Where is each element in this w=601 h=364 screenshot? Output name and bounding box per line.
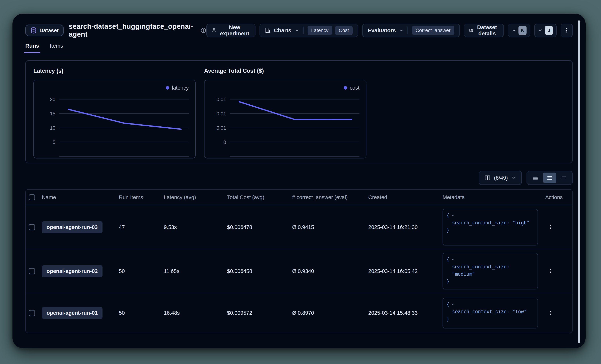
total-cost-value: $0.006478 xyxy=(227,224,292,230)
legend-dot xyxy=(344,86,347,90)
folder-icon xyxy=(469,27,473,34)
row-height-compact-button[interactable] xyxy=(529,172,542,183)
kebab-icon xyxy=(548,310,553,316)
table-toolbar: (6/49) xyxy=(25,171,573,185)
columns-icon xyxy=(484,175,491,181)
row-checkbox[interactable] xyxy=(29,224,35,230)
svg-text:0.01: 0.01 xyxy=(216,125,226,131)
chart-tag-cost[interactable]: Cost xyxy=(335,26,353,35)
svg-text:5: 5 xyxy=(53,140,55,145)
kebab-icon xyxy=(548,268,553,274)
chevron-down-icon xyxy=(451,214,455,217)
col-header-latency: Latency (avg) xyxy=(164,194,227,201)
select-all-checkbox[interactable] xyxy=(29,194,35,201)
table-row[interactable]: openai-agent-run-03 47 9.53s $0.006478 Ø… xyxy=(26,205,572,249)
tab-items[interactable]: Items xyxy=(50,43,63,53)
flask-icon xyxy=(212,28,216,33)
correct-answer-value: Ø 0.9415 xyxy=(292,224,368,230)
col-header-run-items: Run Items xyxy=(119,194,164,201)
divider xyxy=(303,27,303,34)
metadata-json-box[interactable]: { search_context_size: "low" } xyxy=(442,298,538,328)
col-header-created: Created xyxy=(368,194,442,201)
created-value: 2025-03-14 16:21:30 xyxy=(368,224,442,230)
col-header-total-cost: Total Cost (avg) xyxy=(227,194,292,201)
row-height-tall-button[interactable] xyxy=(557,172,571,183)
kebab-icon xyxy=(548,224,553,230)
latency-value: 9.53s xyxy=(164,224,227,230)
run-items-value: 47 xyxy=(119,224,164,230)
latency-line-chart: 2015105 xyxy=(34,80,195,158)
svg-text:10: 10 xyxy=(50,125,55,131)
col-header-correct-answer: # correct_answer (eval) xyxy=(292,194,368,201)
total-cost-value: $0.009572 xyxy=(227,310,292,316)
app-window: Dataset search-dataset_huggingface_opena… xyxy=(12,14,586,348)
chevron-up-icon xyxy=(511,28,516,33)
legend-label: cost xyxy=(350,85,360,91)
latency-legend: latency xyxy=(166,85,189,91)
table-row[interactable]: openai-agent-run-02 50 11.65s $0.006458 … xyxy=(26,249,572,293)
run-items-value: 50 xyxy=(119,310,164,316)
chevron-down-icon xyxy=(538,28,543,33)
run-items-value: 50 xyxy=(119,268,164,274)
run-name-badge[interactable]: openai-agent-run-03 xyxy=(42,221,102,233)
metadata-value: "medium" xyxy=(452,271,475,277)
latency-value: 11.65s xyxy=(164,268,227,274)
dataset-badge[interactable]: Dataset xyxy=(25,25,64,36)
row-actions-kebab-button[interactable] xyxy=(545,221,556,234)
run-name-badge[interactable]: openai-agent-run-01 xyxy=(42,307,102,319)
legend-dot xyxy=(166,86,169,90)
prev-shortcut-button[interactable]: K xyxy=(508,24,530,37)
row-height-toggle xyxy=(527,171,573,185)
evaluator-tag-correct-answer[interactable]: Correct_answer xyxy=(412,26,454,35)
row-height-medium-button[interactable] xyxy=(543,172,556,183)
total-cost-value: $0.006458 xyxy=(227,268,292,274)
table-body: openai-agent-run-03 47 9.53s $0.006478 Ø… xyxy=(26,205,572,333)
vertical-scrollbar[interactable] xyxy=(578,20,580,343)
tab-bar: Runs Items xyxy=(25,43,573,53)
metadata-key: search_context_size: xyxy=(452,220,510,226)
header: Dataset search-dataset_huggingface_opena… xyxy=(25,24,573,37)
svg-text:15: 15 xyxy=(50,111,55,116)
cost-chart-title: Average Total Cost ($) xyxy=(204,67,366,74)
table-header-row: Name Run Items Latency (avg) Total Cost … xyxy=(26,190,572,205)
chart-tag-latency[interactable]: Latency xyxy=(308,26,332,35)
row-actions-kebab-button[interactable] xyxy=(545,265,556,278)
next-shortcut-button[interactable]: J xyxy=(534,24,557,37)
column-visibility-button[interactable]: (6/49) xyxy=(479,171,522,185)
svg-text:0: 0 xyxy=(223,140,226,145)
chevron-down-icon xyxy=(451,258,455,261)
row-checkbox[interactable] xyxy=(29,310,35,316)
runs-table: Name Run Items Latency (avg) Total Cost … xyxy=(25,189,573,333)
row-checkbox[interactable] xyxy=(29,268,35,274)
evaluators-button[interactable]: Evaluators Correct_answer xyxy=(362,24,460,37)
svg-text:20: 20 xyxy=(50,97,55,102)
cost-legend: cost xyxy=(344,85,360,91)
header-kebab-menu-button[interactable] xyxy=(561,24,573,37)
page-title: search-dataset_huggingface_openai-agent xyxy=(69,22,197,38)
metadata-json-box[interactable]: { search_context_size: "medium" } xyxy=(442,253,538,289)
charts-button[interactable]: Charts Latency Cost xyxy=(260,24,358,37)
latency-chart-group: Latency (s) 2015105 latency xyxy=(33,67,196,158)
run-name-badge[interactable]: openai-agent-run-02 xyxy=(42,265,102,277)
created-value: 2025-03-14 16:05:42 xyxy=(368,268,442,274)
metadata-value: "low" xyxy=(512,309,527,314)
kebab-icon xyxy=(564,27,570,34)
correct-answer-value: Ø 0.8970 xyxy=(292,310,368,316)
created-value: 2025-03-14 15:48:33 xyxy=(368,310,442,316)
svg-text:0.01: 0.01 xyxy=(216,97,226,102)
col-header-actions: Actions xyxy=(545,194,572,201)
tab-runs[interactable]: Runs xyxy=(25,43,39,53)
metadata-json-box[interactable]: { search_context_size: "high" } xyxy=(442,209,538,246)
svg-text:0.01: 0.01 xyxy=(216,111,226,116)
info-icon[interactable] xyxy=(200,28,206,33)
chevron-down-icon xyxy=(295,28,299,33)
divider xyxy=(408,27,408,34)
keycap-k: K xyxy=(519,26,527,35)
new-experiment-button[interactable]: New experiment xyxy=(206,24,255,37)
header-actions: New experiment Charts Latency Cost Evalu… xyxy=(206,24,573,37)
table-row[interactable]: openai-agent-run-01 50 16.48s $0.009572 … xyxy=(26,293,572,333)
metadata-key: search_context_size: xyxy=(452,264,510,269)
row-actions-kebab-button[interactable] xyxy=(545,307,556,319)
rows-compact-icon xyxy=(532,175,539,181)
dataset-details-button[interactable]: Dataset details xyxy=(464,24,504,37)
